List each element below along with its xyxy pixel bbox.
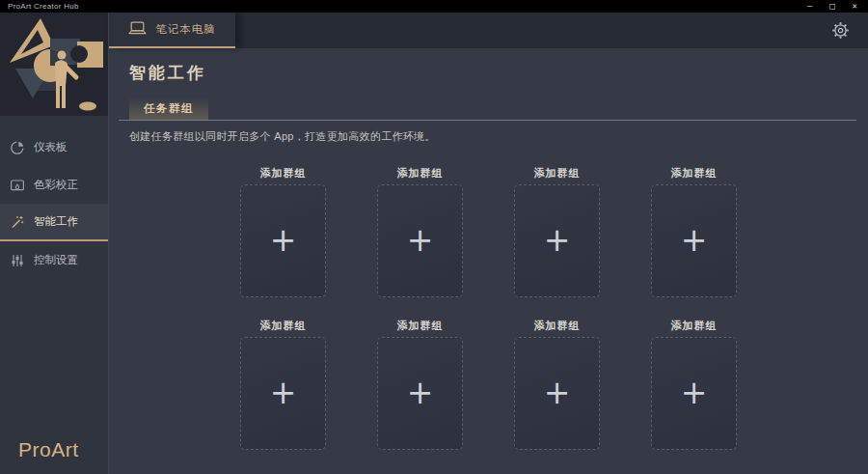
window-controls: – □ ✕ xyxy=(807,0,857,13)
add-group-label: 添加群组 xyxy=(534,166,581,181)
sub-tabstrip: 任务群组 xyxy=(119,98,856,121)
add-group-slot: 添加群组 + xyxy=(377,166,464,297)
add-group-label: 添加群组 xyxy=(260,166,307,181)
sidebar: 仪表板 色彩校正 xyxy=(0,13,109,474)
add-group-button[interactable]: + xyxy=(651,184,737,297)
sidebar-item-smart-work[interactable]: 智能工作 xyxy=(0,204,108,241)
add-group-slot: 添加群组 + xyxy=(514,166,601,297)
add-group-button[interactable]: + xyxy=(377,337,463,450)
titlebar: ProArt Creator Hub – □ ✕ xyxy=(0,0,868,13)
sliders-icon xyxy=(9,252,25,268)
display-droplet-icon xyxy=(9,177,25,193)
add-group-button[interactable]: + xyxy=(240,184,326,297)
add-group-slot: 添加群组 + xyxy=(240,166,327,297)
add-group-label: 添加群组 xyxy=(534,319,581,333)
add-group-button[interactable]: + xyxy=(651,337,737,450)
settings-gear-icon[interactable] xyxy=(830,21,850,41)
add-group-slot: 添加群组 + xyxy=(377,319,464,450)
sidebar-item-dashboard[interactable]: 仪表板 xyxy=(0,128,108,166)
proart-keyvisual-image xyxy=(0,13,108,116)
add-group-label: 添加群组 xyxy=(671,319,718,333)
plus-icon: + xyxy=(544,224,571,256)
pie-chart-icon xyxy=(9,139,25,155)
sidebar-item-control-settings[interactable]: 控制设置 xyxy=(0,241,108,279)
sidebar-item-label: 智能工作 xyxy=(34,214,78,229)
sidebar-item-label: 仪表板 xyxy=(34,140,68,154)
device-tab-bar: 笔记本电脑 xyxy=(109,13,868,48)
sidebar-item-color-calibration[interactable]: 色彩校正 xyxy=(0,166,108,204)
add-group-slot: 添加群组 + xyxy=(651,166,738,297)
plus-icon: + xyxy=(270,376,297,408)
content-panel: 智能工作 任务群组 创建任务群组以同时开启多个 App，打造更加高效的工作环境。… xyxy=(109,48,868,474)
plus-icon: + xyxy=(407,224,434,256)
sidebar-menu: 仪表板 色彩校正 xyxy=(0,128,108,279)
tab-laptop-label: 笔记本电脑 xyxy=(155,22,216,37)
sidebar-item-label: 色彩校正 xyxy=(34,178,78,192)
magic-wand-icon xyxy=(9,213,25,230)
group-card-grid: 添加群组 + 添加群组 + 添加群组 xyxy=(109,166,868,450)
add-group-slot: 添加群组 + xyxy=(240,319,327,450)
plus-icon: + xyxy=(544,376,571,408)
add-group-label: 添加群组 xyxy=(671,166,718,181)
close-icon[interactable]: ✕ xyxy=(853,0,857,13)
proart-creator-hub-window: ProArt Creator Hub – □ ✕ xyxy=(0,0,868,474)
page-title: 智能工作 xyxy=(129,62,868,84)
tab-laptop[interactable]: 笔记本电脑 xyxy=(109,13,235,48)
plus-icon: + xyxy=(270,224,297,256)
proart-wordmark: ProArt xyxy=(18,438,79,461)
add-group-slot: 添加群组 + xyxy=(514,319,601,450)
window-title: ProArt Creator Hub xyxy=(8,2,807,11)
add-group-slot: 添加群组 + xyxy=(651,319,738,450)
add-group-button[interactable]: + xyxy=(514,337,600,450)
main-area: 笔记本电脑 xyxy=(109,13,868,474)
add-group-label: 添加群组 xyxy=(260,319,307,333)
laptop-icon xyxy=(128,21,147,38)
plus-icon: + xyxy=(407,376,434,408)
add-group-label: 添加群组 xyxy=(397,319,444,333)
maximize-icon[interactable]: □ xyxy=(829,0,834,13)
plus-icon: + xyxy=(681,224,708,256)
add-group-button[interactable]: + xyxy=(514,184,600,297)
add-group-label: 添加群组 xyxy=(397,166,444,181)
tab-task-groups[interactable]: 任务群组 xyxy=(129,98,208,120)
plus-icon: + xyxy=(681,376,708,408)
page-description: 创建任务群组以同时开启多个 App，打造更加高效的工作环境。 xyxy=(129,129,868,144)
minimize-icon[interactable]: – xyxy=(807,0,812,13)
add-group-button[interactable]: + xyxy=(240,337,326,450)
add-group-button[interactable]: + xyxy=(377,184,463,297)
sidebar-item-label: 控制设置 xyxy=(34,253,78,267)
